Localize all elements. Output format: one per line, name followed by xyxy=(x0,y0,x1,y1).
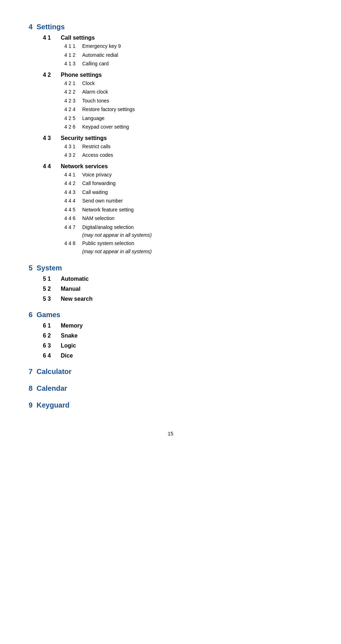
item-4-4-3: 4 4 3 Call waiting xyxy=(29,188,312,197)
subsection-4-2-label: Phone settings xyxy=(61,72,102,78)
section-5-label: System xyxy=(36,264,62,272)
item-4-4-6: 4 4 6 NAM selection xyxy=(29,214,312,223)
item-4-3-1: 4 3 1 Restrict calls xyxy=(29,142,312,151)
item-4-1-1-label: Emergency key 9 xyxy=(82,42,121,51)
item-4-4-5: 4 4 5 Network feature setting xyxy=(29,205,312,214)
subsection-4-4-heading: 4 4 Network services xyxy=(29,163,312,170)
item-4-2-1: 4 2 1 Clock xyxy=(29,79,312,88)
section-5: 5 System 5 1 Automatic 5 2 Manual 5 3 Ne… xyxy=(29,264,312,302)
item-4-1-2-label: Automatic redial xyxy=(82,51,118,60)
subsection-4-1-label: Call settings xyxy=(61,35,95,41)
item-4-2-3: 4 2 3 Touch tones xyxy=(29,96,312,105)
subsection-6-1: 6 1 Memory xyxy=(29,323,312,329)
item-4-4-2: 4 4 2 Call forwarding xyxy=(29,179,312,188)
page-number: 15 xyxy=(29,431,312,436)
section-4-heading: 4 Settings xyxy=(29,23,312,31)
section-8-num: 8 xyxy=(29,384,33,392)
section-6: 6 Games 6 1 Memory 6 2 Snake 6 3 Logic 6… xyxy=(29,311,312,359)
item-4-4-7-note: (may not appear in all systems) xyxy=(29,231,312,239)
item-4-4-7: 4 4 7 Digital/analog selection xyxy=(29,223,312,232)
item-4-1-2: 4 1 2 Automatic redial xyxy=(29,51,312,60)
subsection-4-3-heading: 4 3 Security settings xyxy=(29,135,312,141)
toc-container: 4 Settings 4 1 Call settings 4 1 1 Emerg… xyxy=(29,23,312,436)
section-8: 8 Calendar xyxy=(29,384,312,393)
item-4-4-8-note: (may not appear in all systems) xyxy=(29,248,312,255)
section-9-label: Keyguard xyxy=(36,401,69,409)
item-4-1-3-label: Calling card xyxy=(82,59,109,68)
section-9-num: 9 xyxy=(29,401,33,409)
section-7-label: Calculator xyxy=(36,368,71,375)
subsection-5-3: 5 3 New search xyxy=(29,296,312,302)
section-5-num: 5 xyxy=(29,264,33,272)
subsection-4-2: 4 2 Phone settings 4 2 1 Clock 4 2 2 Ala… xyxy=(29,72,312,131)
section-6-num: 6 xyxy=(29,311,33,319)
subsection-4-3: 4 3 Security settings 4 3 1 Restrict cal… xyxy=(29,135,312,160)
section-9: 9 Keyguard xyxy=(29,401,312,409)
item-4-1-1-num: 4 1 1 xyxy=(64,42,82,51)
item-4-2-5: 4 2 5 Language xyxy=(29,114,312,123)
subsection-4-1: 4 1 Call settings 4 1 1 Emergency key 9 … xyxy=(29,35,312,68)
item-4-4-4: 4 4 4 Send own number xyxy=(29,196,312,205)
subsection-4-4: 4 4 Network services 4 4 1 Voice privacy… xyxy=(29,163,312,255)
item-4-4-8: 4 4 8 Public system selection xyxy=(29,239,312,248)
section-8-label: Calendar xyxy=(36,384,67,392)
subsection-5-2: 5 2 Manual xyxy=(29,286,312,292)
subsection-6-2: 6 2 Snake xyxy=(29,333,312,339)
section-7-num: 7 xyxy=(29,368,33,375)
section-7: 7 Calculator xyxy=(29,368,312,376)
subsection-5-1: 5 1 Automatic xyxy=(29,276,312,282)
section-4-num: 4 xyxy=(29,23,33,31)
subsection-4-1-num: 4 1 xyxy=(43,35,61,41)
section-4-label: Settings xyxy=(36,23,65,31)
item-4-1-3: 4 1 3 Calling card xyxy=(29,59,312,68)
subsection-4-1-heading: 4 1 Call settings xyxy=(29,35,312,41)
item-4-3-2: 4 3 2 Access codes xyxy=(29,151,312,160)
subsection-6-4: 6 4 Dice xyxy=(29,353,312,359)
item-4-2-6: 4 2 6 Keypad cover setting xyxy=(29,123,312,131)
item-4-2-4: 4 2 4 Restore factory settings xyxy=(29,105,312,114)
section-6-label: Games xyxy=(36,311,60,319)
item-4-1-1: 4 1 1 Emergency key 9 xyxy=(29,42,312,51)
subsection-4-2-num: 4 2 xyxy=(43,72,61,78)
subsection-6-3: 6 3 Logic xyxy=(29,343,312,349)
section-8-heading: 8 Calendar xyxy=(29,384,312,393)
item-4-2-2: 4 2 2 Alarm clock xyxy=(29,88,312,96)
section-9-heading: 9 Keyguard xyxy=(29,401,312,409)
section-6-heading: 6 Games xyxy=(29,311,312,319)
subsection-4-2-heading: 4 2 Phone settings xyxy=(29,72,312,78)
item-4-4-1: 4 4 1 Voice privacy xyxy=(29,170,312,179)
item-4-1-3-num: 4 1 3 xyxy=(64,59,82,68)
item-4-1-2-num: 4 1 2 xyxy=(64,51,82,60)
section-4: 4 Settings 4 1 Call settings 4 1 1 Emerg… xyxy=(29,23,312,255)
section-7-heading: 7 Calculator xyxy=(29,368,312,376)
section-5-heading: 5 System xyxy=(29,264,312,272)
